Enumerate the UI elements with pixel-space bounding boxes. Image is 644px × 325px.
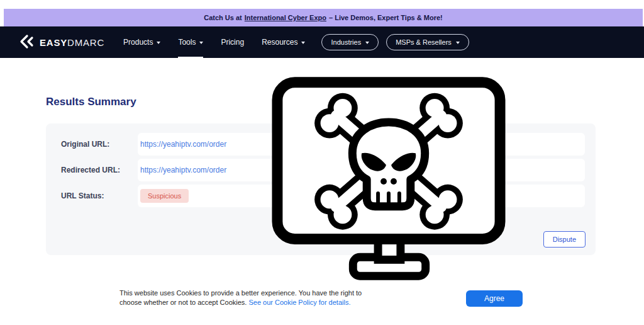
cookie-policy-link[interactable]: See our Cookie Policy for details. [248, 299, 350, 306]
nav-item-resources[interactable]: Resources [253, 26, 314, 58]
navbar: EASYDMARC Products Tools Pricing Resourc… [0, 26, 644, 58]
announcement-bar: Catch Us at International Cyber Expo – L… [4, 9, 643, 26]
skull-monitor-illustration [270, 76, 507, 282]
cookie-line2: choose whether or not to accept Cookies.… [119, 298, 362, 307]
original-url-link[interactable]: https://yeahiptv.com/order [140, 140, 226, 149]
dispute-button[interactable]: Dispute [543, 231, 586, 248]
brand-icon [19, 34, 34, 51]
cookie-banner-text: This website uses Cookies to provide a b… [119, 288, 362, 307]
chevron-down-icon [456, 42, 460, 44]
main-nav: Products Tools Pricing Resources Industr… [114, 26, 469, 58]
chevron-down-icon [157, 42, 160, 44]
row-label-redirected-url: Redirected URL: [61, 166, 138, 174]
nav-pill-industries[interactable]: Industries [321, 34, 379, 50]
brand-name-bold: EASY [40, 37, 67, 48]
announcement-link[interactable]: International Cyber Expo [245, 14, 326, 21]
chevron-down-icon [365, 42, 369, 44]
nav-pill-msps-resellers[interactable]: MSPs & Resellers [386, 34, 469, 50]
skull-monitor-icon [270, 76, 507, 282]
brand-logo[interactable]: EASYDMARC [19, 26, 104, 58]
page-title: Results Summary [46, 96, 136, 108]
announcement-pre-text: Catch Us at [204, 14, 242, 21]
cookie-line1: This website uses Cookies to provide a b… [119, 288, 362, 298]
brand-name-light: DMARC [67, 37, 104, 48]
announcement-post-text: – Live Demos, Expert Tips & More! [329, 14, 443, 21]
redirected-url-link[interactable]: https://yeahiptv.com/order [140, 166, 226, 174]
row-label-url-status: URL Status: [61, 191, 138, 200]
agree-button[interactable]: Agree [466, 290, 523, 307]
row-label-original-url: Original URL: [61, 140, 138, 149]
nav-item-pricing[interactable]: Pricing [212, 26, 253, 58]
chevron-down-icon [199, 42, 203, 44]
nav-item-tools[interactable]: Tools [169, 26, 212, 58]
nav-item-products[interactable]: Products [114, 26, 169, 58]
chevron-down-icon [301, 42, 305, 44]
status-badge: Suspicious [140, 189, 189, 203]
page: Catch Us at International Cyber Expo – L… [0, 0, 644, 325]
